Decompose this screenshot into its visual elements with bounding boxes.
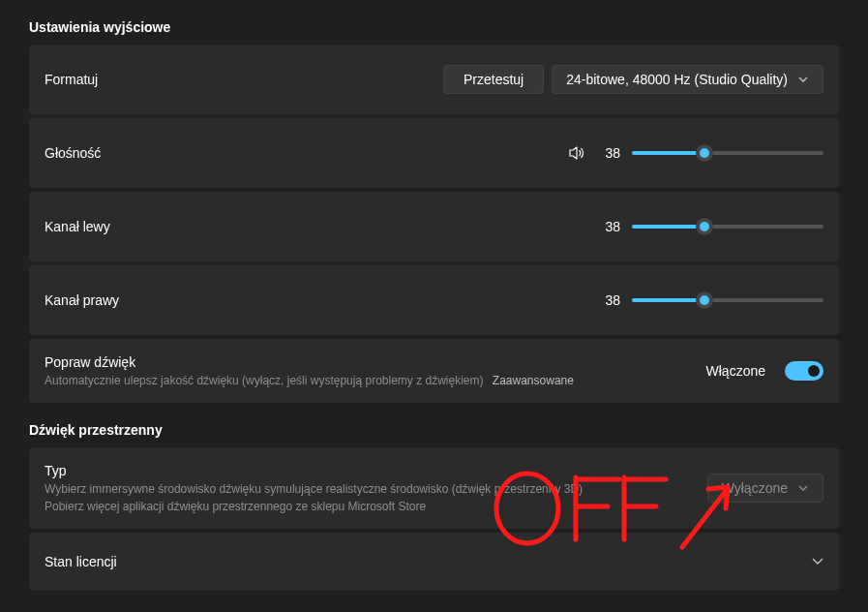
chevron-down-icon bbox=[797, 74, 809, 85]
right-channel-row: Kanał prawy 38 bbox=[29, 265, 839, 335]
spatial-sound-header: Dźwięk przestrzenny bbox=[29, 422, 839, 438]
license-status-row[interactable]: Stan licencji bbox=[29, 533, 839, 591]
speaker-icon[interactable] bbox=[568, 144, 585, 162]
enhance-subtitle: Automatycznie ulepsz jakość dźwięku (wył… bbox=[45, 374, 574, 387]
right-channel-value: 38 bbox=[601, 292, 620, 308]
left-channel-slider[interactable] bbox=[632, 225, 823, 229]
format-dropdown[interactable]: 24-bitowe, 48000 Hz (Studio Quality) bbox=[552, 65, 823, 94]
left-channel-label: Kanał lewy bbox=[45, 219, 110, 234]
enhance-title: Popraw dźwięk bbox=[45, 354, 574, 370]
volume-label: Głośność bbox=[45, 145, 101, 161]
volume-row: Głośność 38 bbox=[29, 118, 839, 188]
right-channel-label: Kanał prawy bbox=[45, 292, 119, 308]
right-channel-slider[interactable] bbox=[632, 298, 823, 302]
left-channel-value: 38 bbox=[601, 219, 620, 234]
enhance-audio-row: Popraw dźwięk Automatycznie ulepsz jakoś… bbox=[29, 339, 839, 403]
format-dropdown-value: 24-bitowe, 48000 Hz (Studio Quality) bbox=[566, 72, 788, 87]
output-settings-header: Ustawienia wyjściowe bbox=[29, 19, 839, 35]
volume-value: 38 bbox=[601, 145, 620, 161]
chevron-down-icon bbox=[797, 482, 809, 494]
license-status-title: Stan licencji bbox=[45, 554, 117, 569]
volume-slider[interactable] bbox=[632, 151, 823, 155]
format-label: Formatuj bbox=[45, 72, 98, 87]
enhance-toggle[interactable] bbox=[785, 361, 823, 381]
advanced-link[interactable]: Zaawansowane bbox=[493, 374, 574, 387]
spatial-type-row: Typ Wybierz immersywne środowisko dźwięk… bbox=[29, 447, 839, 529]
spatial-type-subtitle1: Wybierz immersywne środowisko dźwięku sy… bbox=[45, 482, 583, 496]
spatial-type-subtitle2[interactable]: Pobierz więcej aplikacji dźwięku przestr… bbox=[45, 500, 583, 513]
spatial-type-dropdown[interactable]: Wyłączone bbox=[707, 474, 823, 503]
left-channel-row: Kanał lewy 38 bbox=[29, 192, 839, 261]
format-row: Formatuj Przetestuj 24-bitowe, 48000 Hz … bbox=[29, 45, 839, 114]
spatial-type-title: Typ bbox=[45, 463, 583, 478]
enhance-state-label: Włączone bbox=[706, 363, 765, 379]
spatial-type-dropdown-value: Wyłączone bbox=[722, 480, 788, 496]
test-button[interactable]: Przetestuj bbox=[443, 65, 544, 94]
chevron-down-icon bbox=[812, 556, 823, 567]
